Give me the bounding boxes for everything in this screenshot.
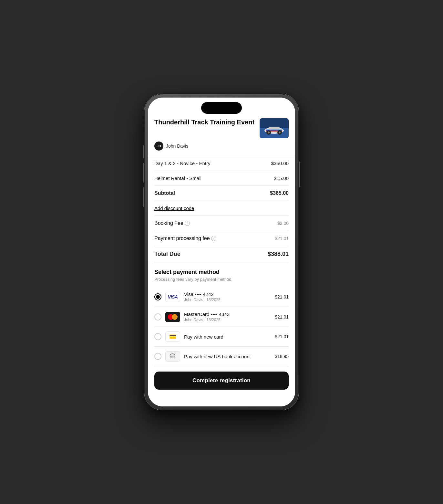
new-card-icon-box: 💳	[165, 331, 180, 342]
svg-rect-4	[269, 127, 280, 130]
booking-fee-help-icon[interactable]: ?	[185, 221, 190, 226]
visa-details: Visa •••• 4242 John Davis · 13/2025	[184, 291, 271, 302]
svg-point-9	[268, 131, 270, 133]
line-item-1-value: $350.00	[271, 161, 289, 166]
new-card-name: Pay with new card	[184, 334, 271, 340]
phone-body: Thunderhill Track Training Event	[144, 94, 299, 410]
visa-fee: $21.01	[275, 294, 289, 299]
line-item-2-label: Helmet Rental - Small	[154, 175, 201, 181]
radio-visa[interactable]	[154, 293, 161, 300]
add-discount-code-link[interactable]: Add discount code	[154, 201, 289, 216]
event-header: Thunderhill Track Training Event	[148, 118, 295, 156]
new-card-details: Pay with new card	[184, 334, 271, 340]
phone-screen: Thunderhill Track Training Event	[148, 98, 295, 406]
avatar: JD	[154, 142, 163, 151]
booking-fee-row: Booking Fee ? $2.00	[154, 216, 289, 231]
screen-content[interactable]: Thunderhill Track Training Event	[148, 98, 295, 406]
line-item-2: Helmet Rental - Small $15.00	[154, 171, 289, 186]
subtotal-value: $365.00	[270, 190, 289, 196]
power-button	[299, 162, 300, 187]
silent-switch	[143, 187, 144, 207]
booking-fee-label: Booking Fee	[154, 220, 183, 226]
mastercard-fee: $21.01	[275, 314, 289, 320]
processing-fee-label-row: Payment processing fee ?	[154, 236, 216, 241]
booking-fee-label-row: Booking Fee ?	[154, 220, 190, 226]
total-value: $388.01	[268, 251, 289, 257]
visa-icon-box: VISA	[165, 292, 180, 302]
radio-visa-inner	[156, 295, 160, 299]
visa-name: Visa •••• 4242	[184, 291, 271, 297]
bank-icon: 🏛	[170, 353, 176, 360]
bank-name: Pay with new US bank account	[184, 354, 271, 359]
payment-option-new-card[interactable]: 💳 Pay with new card $21.01	[154, 327, 289, 347]
mastercard-icon-box	[165, 312, 180, 322]
user-row: JD John Davis	[154, 142, 289, 151]
user-name: John Davis	[166, 143, 188, 149]
mastercard-sub: John Davis · 13/2025	[184, 318, 271, 322]
payment-section-subtitle: Processing fees vary by payment method	[154, 277, 289, 282]
booking-fee-value: $2.00	[277, 221, 289, 226]
total-label: Total Due	[154, 251, 180, 257]
volume-down-button	[143, 163, 144, 183]
line-item-2-value: $15.00	[274, 175, 289, 181]
processing-fee-value: $21.01	[275, 236, 289, 241]
radio-bank[interactable]	[154, 353, 161, 360]
total-row: Total Due $388.01	[154, 246, 289, 262]
new-card-fee: $21.01	[275, 334, 289, 339]
payment-option-bank[interactable]: 🏛 Pay with new US bank account $18.95	[154, 347, 289, 366]
visa-sub: John Davis · 13/2025	[184, 298, 271, 302]
event-image	[260, 118, 289, 138]
payment-section-title: Select payment method	[154, 269, 289, 276]
radio-mastercard[interactable]	[154, 313, 161, 320]
payment-section: Select payment method Processing fees va…	[148, 262, 295, 366]
line-item-1-label: Day 1 & 2 - Novice - Entry	[154, 161, 210, 166]
complete-registration-button[interactable]: Complete registration	[154, 372, 289, 390]
bank-icon-box: 🏛	[165, 351, 180, 362]
mastercard-details: MasterCard •••• 4343 John Davis · 13/202…	[184, 311, 271, 322]
processing-fee-label: Payment processing fee	[154, 236, 210, 241]
svg-point-10	[279, 131, 281, 133]
subtotal-row: Subtotal $365.00	[154, 186, 289, 201]
volume-up-button	[143, 145, 144, 158]
mastercard-logo	[168, 314, 178, 320]
complete-button-wrap: Complete registration	[148, 366, 295, 399]
radio-new-card[interactable]	[154, 333, 161, 340]
line-items: Day 1 & 2 - Novice - Entry $350.00 Helme…	[148, 156, 295, 262]
processing-fee-help-icon[interactable]: ?	[211, 236, 216, 241]
mc-circle-right	[172, 314, 178, 320]
subtotal-label: Subtotal	[154, 190, 175, 196]
line-item-1: Day 1 & 2 - Novice - Entry $350.00	[154, 156, 289, 171]
bank-fee: $18.95	[275, 354, 289, 359]
dynamic-island	[201, 102, 242, 114]
mastercard-name: MasterCard •••• 4343	[184, 311, 271, 317]
payment-option-visa[interactable]: VISA Visa •••• 4242 John Davis · 13/2025…	[154, 287, 289, 307]
payment-option-mastercard[interactable]: MasterCard •••• 4343 John Davis · 13/202…	[154, 307, 289, 327]
processing-fee-row: Payment processing fee ? $21.01	[154, 231, 289, 246]
visa-logo: VISA	[168, 294, 178, 299]
bank-details: Pay with new US bank account	[184, 354, 271, 359]
event-title: Thunderhill Track Training Event	[154, 118, 256, 126]
phone-frame: Thunderhill Track Training Event	[144, 94, 299, 410]
card-icon: 💳	[169, 333, 176, 340]
